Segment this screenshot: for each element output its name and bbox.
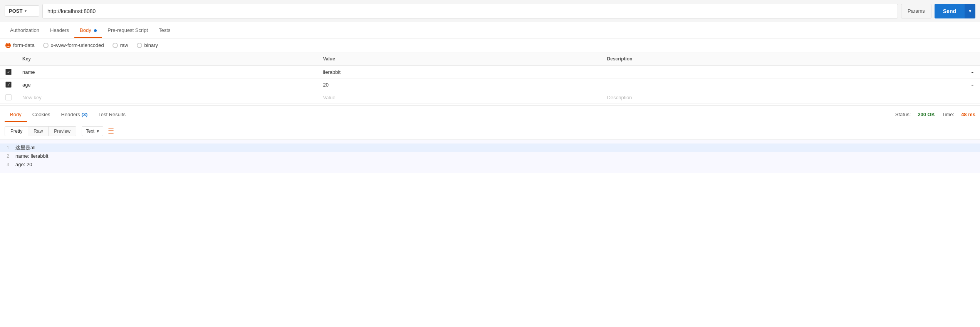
resp-body-toolbar: Pretty Raw Preview Text ▾ ☰: [0, 123, 980, 140]
placeholder-value[interactable]: Value: [317, 91, 601, 104]
tab-headers[interactable]: Headers: [45, 23, 74, 38]
wrap-icon[interactable]: ☰: [108, 127, 114, 135]
placeholder-more-options: [965, 91, 980, 104]
col-options-header: [965, 52, 980, 66]
row2-key[interactable]: age: [17, 78, 317, 91]
radio-form-data[interactable]: form-data: [5, 42, 35, 48]
placeholder-checkbox-cell: [0, 91, 17, 104]
body-type-row: form-data x-www-form-urlencoded raw bina…: [0, 38, 980, 52]
row2-more-options[interactable]: ···: [965, 78, 980, 91]
placeholder-key[interactable]: New key: [17, 91, 317, 104]
table-row: ✓ name lierabbit ···: [0, 66, 980, 78]
radio-raw[interactable]: raw: [112, 42, 128, 48]
col-value-header: Value: [317, 52, 601, 66]
tab-pre-request-script[interactable]: Pre-request Script: [102, 23, 153, 38]
request-tabs: Authorization Headers Body Pre-request S…: [0, 22, 980, 38]
line-num-2: 2: [0, 152, 15, 160]
table-row-placeholder: New key Value Description: [0, 91, 980, 104]
radio-circle-raw: [112, 43, 118, 48]
send-button-group: Send ▾: [935, 4, 975, 18]
code-line-2: 2 name: lierabbit: [0, 152, 980, 160]
view-tab-raw[interactable]: Raw: [28, 127, 49, 136]
response-section: Body Cookies Headers (3) Test Results St…: [0, 105, 980, 173]
format-chevron-icon: ▾: [97, 128, 99, 134]
body-dot-indicator: [94, 29, 97, 32]
line-content-2: name: lierabbit: [15, 152, 48, 160]
time-label: Time:: [942, 112, 954, 117]
placeholder-description[interactable]: Description: [602, 91, 965, 104]
line-num-3: 3: [0, 161, 15, 169]
send-button[interactable]: Send: [935, 4, 965, 18]
row1-value[interactable]: lierabbit: [317, 66, 601, 78]
chevron-down-icon: ▾: [25, 9, 27, 13]
status-value: 200 OK: [918, 112, 935, 117]
params-button[interactable]: Params: [901, 4, 931, 18]
col-description-header: Description: [602, 52, 965, 66]
radio-circle-binary: [137, 43, 142, 48]
headers-count-badge: (3): [81, 112, 87, 117]
status-label: Status:: [895, 112, 911, 117]
line-content-3: age: 20: [15, 160, 32, 169]
row2-checkbox-cell[interactable]: ✓: [0, 78, 17, 91]
resp-tab-headers[interactable]: Headers (3): [56, 108, 93, 122]
time-value: 48 ms: [961, 112, 975, 117]
resp-tab-cookies[interactable]: Cookies: [27, 108, 56, 122]
code-view: 1 这里是all 2 name: lierabbit 3 age: 20: [0, 140, 980, 173]
resp-tab-test-results[interactable]: Test Results: [93, 108, 131, 122]
row1-checkbox[interactable]: ✓: [5, 69, 12, 75]
line-num-1: 1: [0, 144, 15, 152]
row1-more-options[interactable]: ···: [965, 66, 980, 78]
row1-checkbox-cell[interactable]: ✓: [0, 66, 17, 78]
tab-body[interactable]: Body: [74, 23, 102, 38]
row1-key[interactable]: name: [17, 66, 317, 78]
col-checkbox: [0, 52, 17, 66]
checkmark-icon: ✓: [7, 70, 10, 74]
radio-circle-urlencoded: [43, 43, 49, 48]
send-dropdown-button[interactable]: ▾: [965, 4, 975, 18]
radio-circle-form-data: [5, 43, 11, 48]
top-bar: POST ▾ Params Send ▾: [0, 0, 980, 22]
table-row: ✓ age 20 ···: [0, 78, 980, 91]
method-selector[interactable]: POST ▾: [5, 5, 39, 17]
line-content-1: 这里是all: [15, 143, 35, 152]
code-line-1: 1 这里是all: [0, 143, 980, 152]
row1-description[interactable]: [602, 66, 965, 78]
view-tabs: Pretty Raw Preview: [5, 126, 76, 136]
url-input[interactable]: [42, 4, 898, 18]
radio-binary[interactable]: binary: [137, 42, 158, 48]
row2-value[interactable]: 20: [317, 78, 601, 91]
placeholder-checkbox: [5, 94, 12, 100]
format-selector[interactable]: Text ▾: [82, 126, 103, 136]
tab-tests[interactable]: Tests: [153, 23, 176, 38]
resp-tab-body[interactable]: Body: [5, 108, 27, 122]
method-text: POST: [9, 8, 22, 14]
row2-checkbox[interactable]: ✓: [5, 82, 12, 88]
checkmark-icon: ✓: [7, 83, 10, 87]
code-line-3: 3 age: 20: [0, 160, 980, 169]
response-tabs-bar: Body Cookies Headers (3) Test Results St…: [0, 106, 980, 123]
status-info: Status: 200 OK Time: 48 ms: [895, 112, 975, 117]
view-tab-preview[interactable]: Preview: [49, 127, 76, 136]
view-tab-pretty[interactable]: Pretty: [5, 127, 28, 136]
col-key-header: Key: [17, 52, 317, 66]
form-data-table: Key Value Description ✓ name lierabbit ·…: [0, 52, 980, 104]
radio-x-www-form-urlencoded[interactable]: x-www-form-urlencoded: [43, 42, 104, 48]
tab-authorization[interactable]: Authorization: [5, 23, 45, 38]
row2-description[interactable]: [602, 78, 965, 91]
